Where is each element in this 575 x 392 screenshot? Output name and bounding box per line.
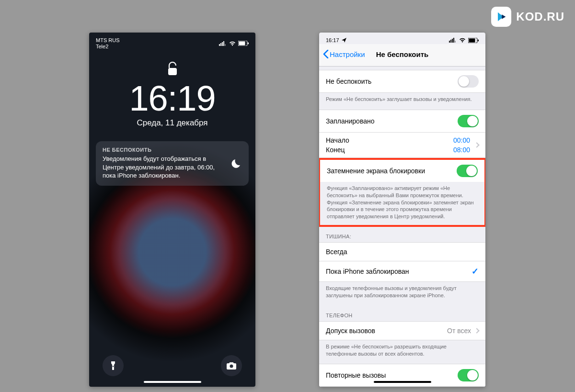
svg-rect-7 bbox=[248, 43, 249, 45]
unlock-icon bbox=[89, 62, 255, 76]
start-value: 00:00 bbox=[453, 136, 479, 144]
brand-logo-icon bbox=[491, 7, 511, 27]
back-button[interactable]: Настройки bbox=[323, 50, 365, 58]
moon-icon bbox=[230, 158, 242, 169]
status-icons bbox=[219, 41, 249, 46]
home-indicator[interactable] bbox=[374, 381, 431, 383]
dim-footer: Функция «Запланировано» активирует режим… bbox=[320, 182, 484, 225]
dnd-footer: Режим «Не беспокоить» заглушает вызовы и… bbox=[319, 93, 485, 110]
dnd-notification[interactable]: НЕ БЕСПОКОИТЬ Уведомления будут отобража… bbox=[96, 141, 249, 186]
dnd-notification-body: Уведомления будут отображаться в Центре … bbox=[103, 155, 224, 180]
lockscreen-phone: MTS RUS Tele2 16:19 Среда, 11 декабря НЕ… bbox=[89, 33, 255, 387]
home-indicator[interactable] bbox=[144, 381, 201, 383]
page-title: Не беспокоить bbox=[376, 50, 429, 58]
brand-logo: KOD.RU bbox=[491, 7, 564, 27]
svg-rect-0 bbox=[219, 44, 220, 46]
silence-header: ТИШИНА: bbox=[319, 227, 485, 242]
repeat-toggle[interactable] bbox=[458, 369, 479, 381]
svg-rect-6 bbox=[239, 42, 245, 45]
allow-calls-footer: В режиме «Не беспокоить» разрешить входя… bbox=[319, 340, 485, 364]
wifi-icon bbox=[229, 41, 236, 46]
status-bar: 16:17 bbox=[319, 33, 485, 44]
silence-locked-row[interactable]: Пока iPhone заблокирован ✓ bbox=[319, 261, 485, 282]
svg-rect-9 bbox=[113, 366, 114, 367]
status-bar: MTS RUS Tele2 bbox=[89, 33, 255, 50]
svg-rect-2 bbox=[222, 42, 223, 46]
flashlight-icon bbox=[109, 360, 117, 371]
svg-rect-17 bbox=[469, 38, 475, 42]
flashlight-button[interactable] bbox=[103, 355, 124, 376]
end-value: 08:00 bbox=[453, 146, 479, 154]
wifi-icon bbox=[459, 38, 466, 43]
chevron-right-icon bbox=[474, 328, 479, 333]
end-label: Конец bbox=[326, 146, 345, 154]
svg-rect-13 bbox=[452, 39, 453, 43]
camera-button[interactable] bbox=[221, 355, 242, 376]
settings-list[interactable]: Не беспокоить Режим «Не беспокоить» загл… bbox=[319, 70, 485, 387]
svg-point-10 bbox=[230, 365, 233, 368]
camera-icon bbox=[226, 361, 237, 370]
svg-rect-11 bbox=[449, 41, 450, 43]
highlight-box: Затемнение экрана блокировки Функция «За… bbox=[319, 158, 485, 227]
silence-always-row[interactable]: Всегда bbox=[319, 242, 485, 261]
repeat-calls-row[interactable]: Повторные вызовы bbox=[319, 364, 485, 387]
brand-name: KOD.RU bbox=[516, 10, 564, 23]
settings-phone: 16:17 Настройки Не беспокоить Не беспоко… bbox=[319, 33, 485, 387]
battery-icon bbox=[238, 41, 249, 46]
dnd-toggle[interactable] bbox=[458, 75, 479, 88]
dim-lock-row[interactable]: Затемнение экрана блокировки bbox=[320, 160, 484, 182]
status-time: 16:17 bbox=[326, 37, 339, 43]
lock-time: 16:19 bbox=[89, 81, 255, 116]
cellular-icon bbox=[219, 41, 227, 46]
time-range-row[interactable]: Начало 00:00 Конец 08:00 bbox=[319, 133, 485, 158]
silence-footer: Входящие телефонные вызовы и уведомления… bbox=[319, 282, 485, 306]
scheduled-toggle[interactable] bbox=[458, 115, 479, 127]
phone-header: ТЕЛЕФОН bbox=[319, 306, 485, 321]
lock-date: Среда, 11 декабря bbox=[89, 118, 255, 128]
svg-rect-1 bbox=[220, 43, 221, 46]
start-label: Начало bbox=[326, 136, 349, 144]
svg-rect-12 bbox=[450, 40, 451, 43]
svg-rect-3 bbox=[223, 41, 224, 46]
chevron-left-icon bbox=[323, 50, 329, 58]
scheduled-row[interactable]: Запланировано bbox=[319, 110, 485, 133]
battery-icon bbox=[468, 38, 479, 43]
dnd-notification-title: НЕ БЕСПОКОИТЬ bbox=[103, 147, 224, 153]
checkmark-icon: ✓ bbox=[472, 266, 479, 277]
svg-rect-18 bbox=[478, 39, 479, 41]
cellular-icon bbox=[449, 38, 457, 43]
carrier-label: MTS RUS Tele2 bbox=[96, 37, 120, 49]
svg-rect-15 bbox=[455, 41, 456, 43]
dim-toggle[interactable] bbox=[457, 165, 478, 177]
nav-bar: Настройки Не беспокоить bbox=[319, 44, 485, 67]
svg-rect-4 bbox=[225, 44, 226, 46]
svg-rect-8 bbox=[168, 68, 177, 75]
svg-rect-14 bbox=[453, 38, 454, 43]
dnd-toggle-row[interactable]: Не беспокоить bbox=[319, 70, 485, 93]
allow-calls-row[interactable]: Допуск вызовов От всех bbox=[319, 321, 485, 340]
location-icon bbox=[342, 38, 346, 43]
